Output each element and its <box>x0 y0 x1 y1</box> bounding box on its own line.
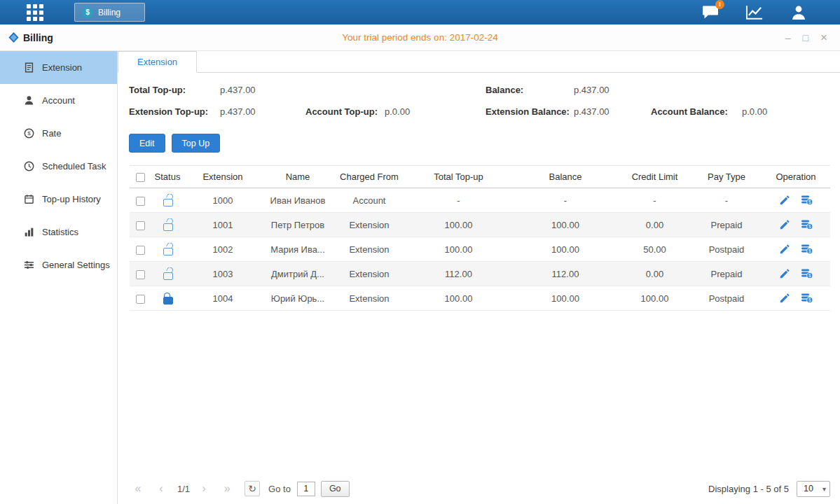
total-topup: - <box>404 195 513 206</box>
first-page-icon[interactable]: « <box>130 482 146 495</box>
sidebar-item-statistics[interactable]: Statistics <box>0 216 117 248</box>
maximize-icon[interactable]: □ <box>803 33 808 43</box>
refresh-icon[interactable]: ↻ <box>245 481 260 496</box>
topup-icon[interactable]: $ <box>801 293 813 303</box>
svg-text:$: $ <box>808 200 811 204</box>
balance: 100.00 <box>513 220 618 230</box>
sidebar-item-label: General Settings <box>42 260 110 270</box>
tab-extension[interactable]: Extension <box>118 51 197 73</box>
extension-number: 1004 <box>184 293 261 304</box>
row-checkbox[interactable] <box>136 270 145 279</box>
edit-icon[interactable] <box>780 244 790 254</box>
pay-type: Prepaid <box>691 269 762 279</box>
charged-from: Extension <box>334 244 404 255</box>
lock-status-icon <box>163 297 172 303</box>
balance: 100.00 <box>513 293 618 304</box>
tab-extension-label: Extension <box>137 57 177 67</box>
sidebar-item-general-settings[interactable]: General Settings <box>0 248 117 281</box>
column-header-charged-from: Charged From <box>334 172 404 182</box>
billing-app-tab[interactable]: $ Billing <box>74 3 145 22</box>
lock-status-icon <box>163 199 172 205</box>
table-header-row: Status Extension Name Charged From Total… <box>130 165 830 188</box>
scheduled-task-icon <box>23 161 34 172</box>
alert-badge: ! <box>715 0 724 9</box>
svg-text:$: $ <box>27 130 31 136</box>
charged-from: Extension <box>334 269 404 279</box>
last-page-icon[interactable]: » <box>219 482 235 495</box>
prev-page-icon[interactable]: ‹ <box>153 482 170 495</box>
pay-type: - <box>691 195 762 206</box>
charged-from: Account <box>334 195 404 206</box>
billing-logo-icon <box>8 32 19 43</box>
column-header-pay-type: Pay Type <box>691 172 762 182</box>
account-icon <box>23 95 34 106</box>
minimize-icon[interactable]: – <box>785 33 791 43</box>
balance-label: Balance: <box>486 85 523 95</box>
lock-status-icon <box>163 248 172 254</box>
svg-text:$: $ <box>808 248 811 253</box>
sidebar-item-label: Statistics <box>42 227 78 237</box>
table-row: 1001 Петр Петров Extension 100.00 100.00… <box>130 213 830 237</box>
next-page-icon[interactable]: › <box>195 482 212 495</box>
extensions-table: Status Extension Name Charged From Total… <box>130 165 830 311</box>
extension-name: Петр Петров <box>261 220 334 230</box>
table-body: 1000 Иван Иванов Account - - - - $ 1001 <box>130 188 830 311</box>
extension-topup-value: p.437.00 <box>220 106 256 117</box>
extension-balance-value: p.437.00 <box>574 106 610 117</box>
balance: 112.00 <box>513 269 618 279</box>
extension-number: 1003 <box>184 269 261 279</box>
svg-text:$: $ <box>808 273 811 278</box>
page-indicator: 1/1 <box>177 484 190 494</box>
apps-menu-icon[interactable] <box>27 4 43 21</box>
goto-page-input[interactable] <box>297 482 315 496</box>
billing-dollar-icon: $ <box>82 7 93 18</box>
extension-name: Мария Ива... <box>261 244 334 255</box>
extension-name: Иван Иванов <box>261 195 334 206</box>
sidebar: Extension Account $ Rate Scheduled Task … <box>0 51 118 504</box>
row-checkbox[interactable] <box>136 197 145 206</box>
go-button[interactable]: Go <box>321 481 350 497</box>
sidebar-item-label: Scheduled Task <box>42 161 106 172</box>
sidebar-item-scheduled-task[interactable]: Scheduled Task <box>0 150 117 183</box>
table-row: 1002 Мария Ива... Extension 100.00 100.0… <box>130 237 830 262</box>
close-icon[interactable]: × <box>820 31 827 43</box>
account-topup-value: p.0.00 <box>385 106 410 117</box>
edit-icon[interactable] <box>780 195 790 205</box>
window-titlebar: Billing Your trial period ends on: 2017-… <box>0 24 840 51</box>
billing-summary: Total Top-up: p.437.00 Balance: p.437.00… <box>118 82 840 128</box>
sidebar-item-extension[interactable]: Extension <box>0 51 117 84</box>
topup-history-icon <box>23 194 34 205</box>
main-panel: Extension Total Top-up: p.437.00 Balance… <box>118 51 840 504</box>
user-account-icon[interactable] <box>790 4 808 21</box>
total-topup-label: Total Top-up: <box>129 85 186 95</box>
select-all-checkbox[interactable] <box>136 173 145 182</box>
edit-button[interactable]: Edit <box>129 134 165 153</box>
topup-icon[interactable]: $ <box>801 220 813 230</box>
row-checkbox[interactable] <box>136 246 145 255</box>
total-topup: 100.00 <box>404 244 513 255</box>
statistics-icon <box>23 227 34 238</box>
sidebar-item-rate[interactable]: $ Rate <box>0 117 117 150</box>
edit-icon[interactable] <box>780 293 790 303</box>
topup-icon[interactable]: $ <box>801 244 813 254</box>
row-checkbox[interactable] <box>136 221 145 230</box>
sidebar-item-topup-history[interactable]: Top-up History <box>0 183 117 216</box>
extension-name: Юрий Юрь... <box>261 293 334 304</box>
account-topup-label: Account Top-up: <box>305 106 378 117</box>
top-up-button[interactable]: Top Up <box>172 134 221 153</box>
rate-icon: $ <box>23 128 34 139</box>
lock-status-icon <box>163 223 172 230</box>
pay-type: Postpaid <box>691 293 762 304</box>
topup-icon[interactable]: $ <box>801 195 813 205</box>
edit-icon[interactable] <box>780 269 790 279</box>
monitor-chart-icon[interactable] <box>745 4 764 21</box>
general-settings-icon <box>23 260 34 271</box>
extension-topup-label: Extension Top-up: <box>129 106 208 117</box>
page-size-select[interactable]: 10 ▾ <box>797 481 830 497</box>
edit-icon[interactable] <box>780 220 790 230</box>
row-checkbox[interactable] <box>136 295 145 304</box>
topup-icon[interactable]: $ <box>801 269 813 279</box>
column-header-operation: Operation <box>762 172 830 182</box>
sidebar-item-account[interactable]: Account <box>0 84 117 117</box>
notifications-icon[interactable]: ! <box>701 4 719 21</box>
